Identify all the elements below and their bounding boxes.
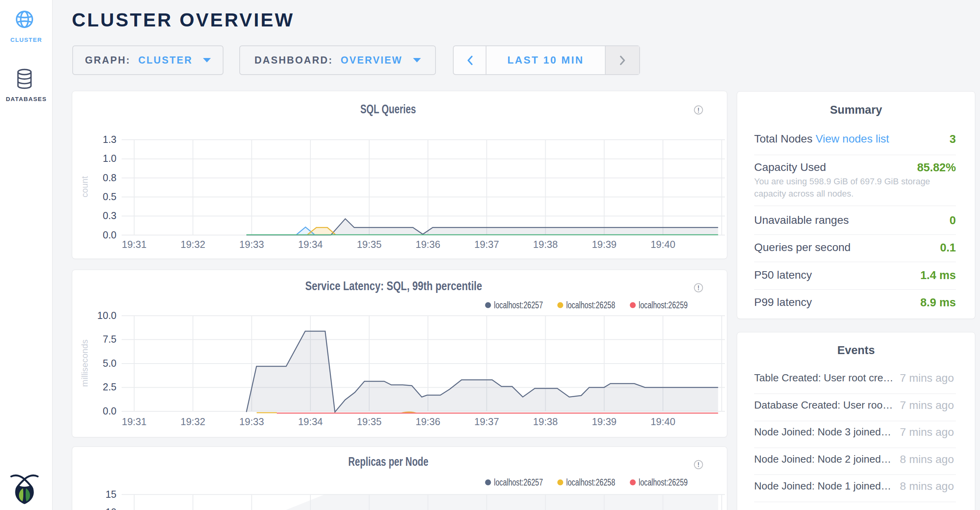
svg-text:19:39: 19:39 <box>592 239 617 250</box>
svg-text:0.8: 0.8 <box>103 172 116 183</box>
svg-text:19:40: 19:40 <box>651 416 676 427</box>
svg-text:19:39: 19:39 <box>592 416 617 427</box>
svg-text:Service Latency: SQL, 99th per: Service Latency: SQL, 99th percentile <box>305 279 482 293</box>
svg-text:localhost:26257: localhost:26257 <box>494 300 543 310</box>
svg-text:19:31: 19:31 <box>122 416 147 427</box>
svg-text:19:31: 19:31 <box>122 239 147 250</box>
svg-text:0.0: 0.0 <box>103 229 116 240</box>
svg-text:!: ! <box>697 107 699 114</box>
svg-text:10.0: 10.0 <box>97 310 116 321</box>
svg-text:19:38: 19:38 <box>533 239 558 250</box>
svg-text:5.0: 5.0 <box>103 358 116 369</box>
svg-text:0.3: 0.3 <box>103 210 116 221</box>
svg-text:count: count <box>80 176 90 197</box>
svg-text:1.3: 1.3 <box>103 134 116 145</box>
svg-text:19:36: 19:36 <box>416 416 441 427</box>
svg-text:19:38: 19:38 <box>533 416 558 427</box>
svg-text:SQL Queries: SQL Queries <box>360 102 416 116</box>
svg-text:19:35: 19:35 <box>357 416 382 427</box>
svg-text:19:32: 19:32 <box>180 416 205 427</box>
svg-text:milliseconds: milliseconds <box>80 339 90 387</box>
svg-text:19:33: 19:33 <box>239 239 264 250</box>
svg-text:localhost:26257: localhost:26257 <box>494 477 543 488</box>
svg-text:7.5: 7.5 <box>103 334 116 345</box>
svg-text:19:34: 19:34 <box>298 416 323 427</box>
svg-text:localhost:26259: localhost:26259 <box>639 300 688 310</box>
svg-text:localhost:26258: localhost:26258 <box>566 300 615 310</box>
svg-text:19:33: 19:33 <box>239 416 264 427</box>
svg-text:localhost:26259: localhost:26259 <box>639 477 688 488</box>
svg-text:10: 10 <box>105 506 116 510</box>
svg-text:19:37: 19:37 <box>474 239 499 250</box>
svg-text:!: ! <box>697 461 699 468</box>
svg-text:19:40: 19:40 <box>651 239 676 250</box>
svg-text:1.0: 1.0 <box>103 153 116 164</box>
svg-text:2.5: 2.5 <box>103 381 116 392</box>
svg-text:19:32: 19:32 <box>180 239 205 250</box>
svg-text:15: 15 <box>105 489 116 500</box>
svg-text:19:34: 19:34 <box>298 239 323 250</box>
svg-text:!: ! <box>697 285 699 291</box>
svg-text:19:35: 19:35 <box>357 239 382 250</box>
svg-text:Replicas per Node: Replicas per Node <box>348 455 428 469</box>
svg-text:19:36: 19:36 <box>416 239 441 250</box>
svg-text:19:37: 19:37 <box>474 416 499 427</box>
svg-text:localhost:26258: localhost:26258 <box>566 477 615 488</box>
svg-text:0.5: 0.5 <box>103 191 116 202</box>
svg-text:0.0: 0.0 <box>103 405 116 416</box>
